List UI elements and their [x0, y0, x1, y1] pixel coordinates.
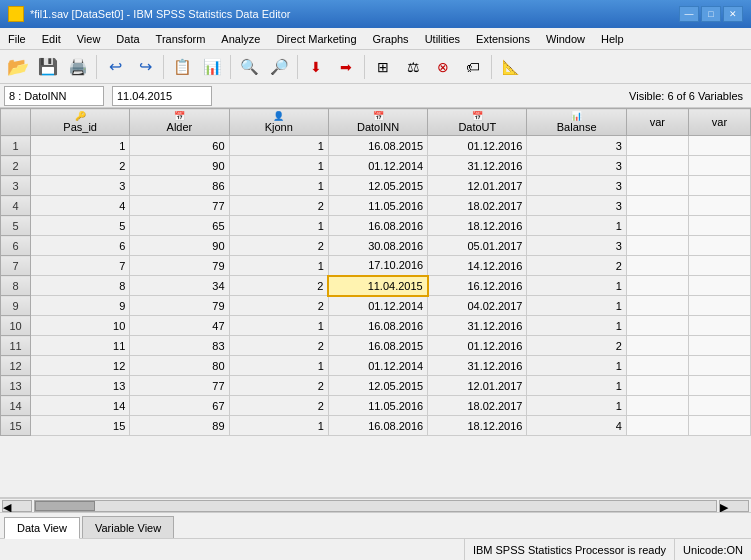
cell-datout[interactable]: 14.12.2016 — [428, 256, 527, 276]
cell-datoinn[interactable]: 01.12.2014 — [328, 296, 427, 316]
cell-var[interactable] — [626, 416, 688, 436]
cell-balanse[interactable]: 4 — [527, 416, 626, 436]
cell-datoinn[interactable]: 16.08.2016 — [328, 216, 427, 236]
cell-kjonn[interactable]: 2 — [229, 336, 328, 356]
col-header-var2[interactable]: var — [688, 109, 750, 136]
cell-alder[interactable]: 80 — [130, 356, 229, 376]
hscroll-track[interactable] — [34, 500, 717, 512]
save-button[interactable]: 💾 — [34, 53, 62, 81]
cell-kjonn[interactable]: 1 — [229, 216, 328, 236]
menu-item-help[interactable]: Help — [593, 28, 632, 49]
cell-var[interactable] — [626, 236, 688, 256]
weight-cases-button[interactable]: ⚖ — [399, 53, 427, 81]
cell-balanse[interactable]: 1 — [527, 216, 626, 236]
cell-datoinn[interactable]: 01.12.2014 — [328, 156, 427, 176]
tab-data-view[interactable]: Data View — [4, 517, 80, 539]
cell-var[interactable] — [688, 416, 750, 436]
cell-pas_id[interactable]: 4 — [31, 196, 130, 216]
cell-var[interactable] — [626, 176, 688, 196]
cell-var[interactable] — [688, 256, 750, 276]
cell-balanse[interactable]: 3 — [527, 196, 626, 216]
minimize-button[interactable]: — — [679, 6, 699, 22]
cell-pas_id[interactable]: 7 — [31, 256, 130, 276]
cell-kjonn[interactable]: 2 — [229, 236, 328, 256]
cell-pas_id[interactable]: 15 — [31, 416, 130, 436]
cell-var[interactable] — [688, 296, 750, 316]
cell-pas_id[interactable]: 8 — [31, 276, 130, 296]
cell-alder[interactable]: 89 — [130, 416, 229, 436]
cell-kjonn[interactable]: 2 — [229, 276, 328, 296]
cell-var[interactable] — [626, 196, 688, 216]
cell-kjonn[interactable]: 1 — [229, 156, 328, 176]
cell-alder[interactable]: 34 — [130, 276, 229, 296]
cell-datout[interactable]: 18.12.2016 — [428, 216, 527, 236]
cell-datout[interactable]: 18.02.2017 — [428, 196, 527, 216]
cell-datout[interactable]: 01.12.2016 — [428, 336, 527, 356]
cell-datoinn[interactable]: 16.08.2015 — [328, 136, 427, 156]
menu-item-directmarketing[interactable]: Direct Marketing — [268, 28, 364, 49]
variable-view-toolbar-button[interactable]: 📋 — [168, 53, 196, 81]
cell-kjonn[interactable]: 2 — [229, 296, 328, 316]
insert-variable-button[interactable]: ➡ — [332, 53, 360, 81]
cell-alder[interactable]: 83 — [130, 336, 229, 356]
cell-var[interactable] — [688, 196, 750, 216]
tab-variable-view[interactable]: Variable View — [82, 516, 174, 538]
menu-item-transform[interactable]: Transform — [148, 28, 214, 49]
menu-item-utilities[interactable]: Utilities — [417, 28, 468, 49]
cell-var[interactable] — [688, 216, 750, 236]
cell-var[interactable] — [626, 296, 688, 316]
cell-pas_id[interactable]: 2 — [31, 156, 130, 176]
find-button[interactable]: 🔎 — [265, 53, 293, 81]
close-button[interactable]: ✕ — [723, 6, 743, 22]
select-cases-button[interactable]: ⊗ — [429, 53, 457, 81]
menu-item-graphs[interactable]: Graphs — [365, 28, 417, 49]
cell-datout[interactable]: 31.12.2016 — [428, 356, 527, 376]
cell-pas_id[interactable]: 13 — [31, 376, 130, 396]
cell-datout[interactable]: 05.01.2017 — [428, 236, 527, 256]
cell-balanse[interactable]: 1 — [527, 276, 626, 296]
cell-alder[interactable]: 60 — [130, 136, 229, 156]
cell-var[interactable] — [688, 316, 750, 336]
cell-datout[interactable]: 12.01.2017 — [428, 376, 527, 396]
cell-kjonn[interactable]: 1 — [229, 136, 328, 156]
use-sets-button[interactable]: 📐 — [496, 53, 524, 81]
cell-alder[interactable]: 47 — [130, 316, 229, 336]
cell-datoinn[interactable]: 11.05.2016 — [328, 396, 427, 416]
cell-pas_id[interactable]: 14 — [31, 396, 130, 416]
data-grid-container[interactable]: 🔑Pas_id📅Alder👤Kjonn📅DatoINN📅DatoUT📊Balan… — [0, 108, 751, 498]
cell-balanse[interactable]: 2 — [527, 256, 626, 276]
cell-var[interactable] — [688, 396, 750, 416]
cell-var[interactable] — [626, 256, 688, 276]
cell-var[interactable] — [626, 216, 688, 236]
cell-kjonn[interactable]: 2 — [229, 376, 328, 396]
cell-var[interactable] — [626, 136, 688, 156]
cell-datout[interactable]: 18.12.2016 — [428, 416, 527, 436]
cell-balanse[interactable]: 2 — [527, 336, 626, 356]
cell-datout[interactable]: 31.12.2016 — [428, 316, 527, 336]
cell-pas_id[interactable]: 5 — [31, 216, 130, 236]
cell-alder[interactable]: 86 — [130, 176, 229, 196]
cell-balanse[interactable]: 1 — [527, 356, 626, 376]
cell-balanse[interactable]: 3 — [527, 156, 626, 176]
cell-datoinn[interactable]: 16.08.2016 — [328, 416, 427, 436]
menu-item-data[interactable]: Data — [108, 28, 147, 49]
cell-datoinn[interactable]: 17.10.2016 — [328, 256, 427, 276]
cell-alder[interactable]: 79 — [130, 256, 229, 276]
cell-datoinn[interactable]: 16.08.2016 — [328, 316, 427, 336]
cell-datoinn[interactable]: 30.08.2016 — [328, 236, 427, 256]
cell-pas_id[interactable]: 11 — [31, 336, 130, 356]
cell-datoinn[interactable]: 01.12.2014 — [328, 356, 427, 376]
cell-datoinn[interactable]: 16.08.2015 — [328, 336, 427, 356]
cell-var[interactable] — [688, 136, 750, 156]
menu-item-view[interactable]: View — [69, 28, 109, 49]
value-labels-button[interactable]: 🏷 — [459, 53, 487, 81]
cell-var[interactable] — [626, 376, 688, 396]
cell-var[interactable] — [688, 336, 750, 356]
cell-alder[interactable]: 77 — [130, 196, 229, 216]
menu-item-file[interactable]: File — [0, 28, 34, 49]
cell-kjonn[interactable]: 1 — [229, 176, 328, 196]
cell-balanse[interactable]: 1 — [527, 296, 626, 316]
open-button[interactable]: 📂 — [4, 53, 32, 81]
cell-balanse[interactable]: 3 — [527, 176, 626, 196]
cell-kjonn[interactable]: 2 — [229, 396, 328, 416]
